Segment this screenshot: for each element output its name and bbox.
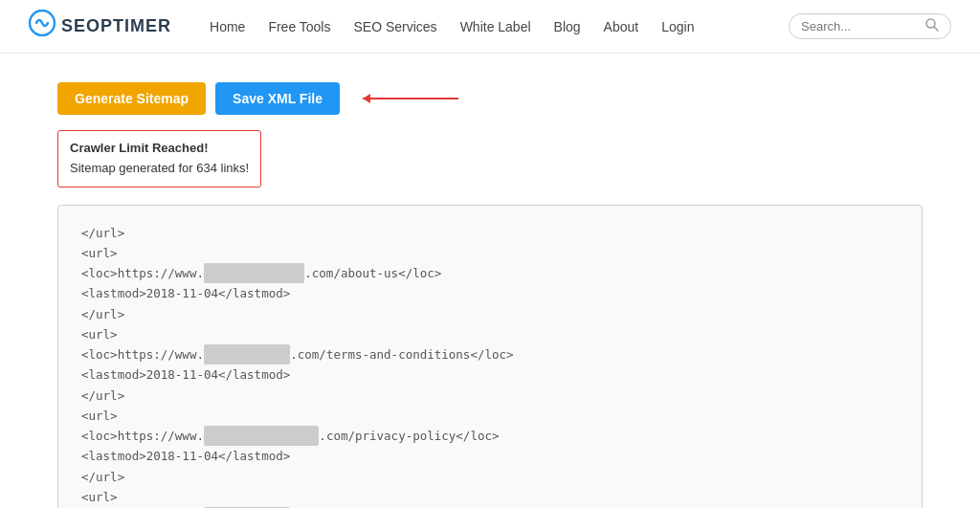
code-line: <url> [81, 324, 899, 344]
code-line: <loc>https://www.██████████████.com/abou… [81, 263, 899, 283]
code-line: <url> [81, 406, 899, 426]
nav-login[interactable]: Login [661, 19, 694, 34]
warning-box: Crawler Limit Reached! Sitemap generated… [57, 130, 261, 188]
nav-seo-services[interactable]: SEO Services [353, 19, 436, 34]
logo-icon [29, 10, 56, 43]
code-line: <loc>https://www.████████████.com/terms-… [81, 344, 899, 364]
site-header: SEOPTIMER Home Free Tools SEO Services W… [0, 0, 980, 54]
generate-sitemap-button[interactable]: Generate Sitemap [57, 82, 206, 115]
warning-line1: Crawler Limit Reached! [70, 139, 249, 159]
nav-free-tools[interactable]: Free Tools [268, 19, 330, 34]
svg-marker-4 [363, 94, 370, 103]
code-line: <lastmod>2018-11-04</lastmod> [81, 283, 899, 303]
blurred-domain: ████████████ [204, 344, 290, 364]
code-line: </url> [81, 467, 899, 487]
logo-link[interactable]: SEOPTIMER [29, 10, 171, 43]
search-submit-button[interactable] [925, 18, 939, 34]
code-line: </url> [81, 386, 899, 406]
code-line: <lastmod>2018-11-04</lastmod> [81, 446, 899, 466]
code-line: <loc>https://www.████████████████.com/pr… [81, 426, 899, 446]
code-line: <url> [81, 487, 899, 507]
save-xml-arrow-indicator [353, 89, 468, 108]
code-line: <lastmod>2018-11-04</lastmod> [81, 364, 899, 385]
blurred-domain: ██████████████ [204, 263, 304, 283]
main-nav: Home Free Tools SEO Services White Label… [210, 19, 789, 34]
action-toolbar: Generate Sitemap Save XML File [57, 82, 923, 115]
nav-blog[interactable]: Blog [554, 19, 581, 34]
blurred-domain: ████████████████ [204, 426, 319, 446]
svg-line-2 [934, 27, 938, 31]
nav-white-label[interactable]: White Label [460, 19, 531, 34]
code-line: <url> [81, 243, 899, 263]
code-line: </url> [81, 223, 899, 243]
main-content: Generate Sitemap Save XML File Crawler L… [0, 54, 980, 508]
sitemap-code-display: </url> <url> <loc>https://www.██████████… [57, 205, 923, 508]
nav-about[interactable]: About [604, 19, 639, 34]
logo-text: SEOPTIMER [61, 16, 171, 36]
code-line: </url> [81, 304, 899, 324]
search-input[interactable] [801, 19, 925, 33]
nav-home[interactable]: Home [210, 19, 245, 34]
search-box [789, 13, 951, 39]
warning-line2: Sitemap generated for 634 links! [70, 159, 249, 179]
save-xml-button[interactable]: Save XML File [215, 82, 340, 115]
